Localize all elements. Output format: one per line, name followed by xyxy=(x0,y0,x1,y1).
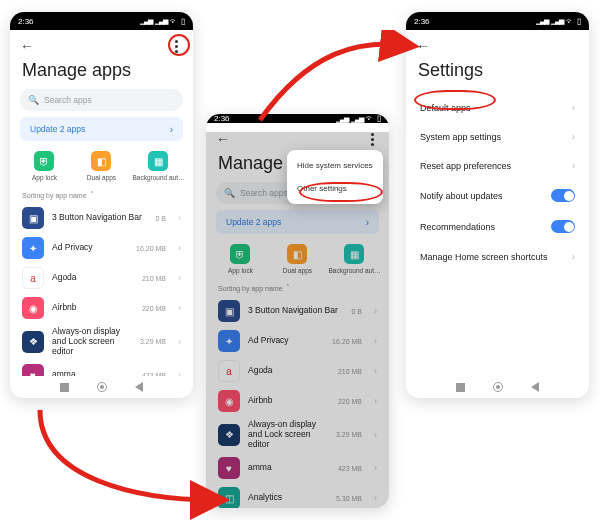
sort-row[interactable]: Sorting by app name ˄ xyxy=(10,189,193,203)
search-input[interactable]: 🔍 Search apps xyxy=(20,89,183,111)
menu-item-other-settings[interactable]: Other settings xyxy=(287,177,383,200)
annotation-arrow xyxy=(20,390,230,520)
nav-bar xyxy=(406,376,589,398)
row-recommendations[interactable]: Recommendations xyxy=(406,211,589,242)
status-bar: 2:36 ▁▃▅▁▃▅ᯤ▯ xyxy=(406,12,589,30)
update-text: Update 2 apps xyxy=(30,124,85,134)
chevron-right-icon: › xyxy=(572,160,575,171)
dual-icon: ◧ xyxy=(91,151,111,171)
chevron-right-icon: › xyxy=(170,124,173,135)
page-title: Settings xyxy=(406,56,589,89)
phone-manage-apps: 2:36 ▁▃▅▁▃▅ᯤ▯ ← Manage apps 🔍 Search app… xyxy=(10,12,193,398)
status-icons: ▁▃▅▁▃▅ᯤ▯ xyxy=(336,114,381,123)
status-bar: 2:36 ▁▃▅▁▃▅ᯤ▯ xyxy=(10,12,193,30)
page-title: Manage apps xyxy=(10,56,193,89)
phone-overflow-menu: 2:36 ▁▃▅▁▃▅ᯤ▯ ← Manage ap 🔍 Search apps … xyxy=(206,114,389,508)
top-bar: ← xyxy=(10,30,193,56)
app-icon: ♥ xyxy=(22,364,44,376)
shortcut-row: ⛨App lock ◧Dual apps ▦Background aut… xyxy=(10,149,193,189)
overflow-menu-icon[interactable] xyxy=(169,37,183,55)
chevron-right-icon: › xyxy=(178,337,181,347)
status-bar: 2:36 ▁▃▅▁▃▅ᯤ▯ xyxy=(206,114,389,123)
sort-label: Sorting by app name xyxy=(22,192,87,199)
chevron-right-icon: › xyxy=(178,273,181,283)
shortcut-dualapps[interactable]: ◧Dual apps xyxy=(73,151,129,181)
status-time: 2:36 xyxy=(414,17,430,26)
status-icons: ▁▃▅▁▃▅ᯤ▯ xyxy=(140,17,185,26)
status-time: 2:36 xyxy=(18,17,34,26)
row-home-shortcuts[interactable]: Manage Home screen shortcuts› xyxy=(406,242,589,271)
chevron-right-icon: › xyxy=(572,131,575,142)
status-time: 2:36 xyxy=(214,114,230,123)
chevron-right-icon: › xyxy=(178,243,181,253)
chevron-right-icon: › xyxy=(572,251,575,262)
search-icon: 🔍 xyxy=(28,95,39,105)
nav-home-icon[interactable] xyxy=(493,382,503,392)
nav-back-icon[interactable] xyxy=(135,382,143,392)
back-icon[interactable]: ← xyxy=(20,38,34,54)
settings-list: Default apps› System app settings› Reset… xyxy=(406,89,589,271)
app-row[interactable]: aAgoda210 MB› xyxy=(10,263,193,293)
chevron-right-icon: › xyxy=(178,213,181,223)
background-icon: ▦ xyxy=(148,151,168,171)
app-row[interactable]: ✦Ad Privacy16.20 MB› xyxy=(10,233,193,263)
back-icon[interactable]: ← xyxy=(416,38,430,54)
app-row[interactable]: ▣3 Button Navigation Bar0 B› xyxy=(10,203,193,233)
shield-icon: ⛨ xyxy=(34,151,54,171)
nav-back-icon[interactable] xyxy=(531,382,539,392)
overflow-popup: Hide system services Other settings xyxy=(287,150,383,204)
app-row[interactable]: ♥amma423 MB› xyxy=(10,360,193,376)
chevron-up-icon: ˄ xyxy=(90,191,94,199)
toggle-on[interactable] xyxy=(551,220,575,233)
app-list: ▣3 Button Navigation Bar0 B› ✦Ad Privacy… xyxy=(10,203,193,376)
phone-settings: 2:36 ▁▃▅▁▃▅ᯤ▯ ← Settings Default apps› S… xyxy=(406,12,589,398)
row-default-apps[interactable]: Default apps› xyxy=(406,93,589,122)
nav-home-icon[interactable] xyxy=(97,382,107,392)
app-icon: ▣ xyxy=(22,207,44,229)
top-bar: ← xyxy=(406,30,589,56)
update-banner[interactable]: Update 2 apps › xyxy=(20,117,183,141)
app-icon: a xyxy=(22,267,44,289)
nav-bar xyxy=(10,376,193,398)
toggle-on[interactable] xyxy=(551,189,575,202)
app-row[interactable]: ❖Always-on display and Lock screen edito… xyxy=(10,323,193,360)
app-row[interactable]: ◉Airbnb220 MB› xyxy=(10,293,193,323)
search-placeholder: Search apps xyxy=(44,95,92,105)
chevron-right-icon: › xyxy=(572,102,575,113)
app-icon: ◉ xyxy=(22,297,44,319)
status-icons: ▁▃▅▁▃▅ᯤ▯ xyxy=(536,17,581,26)
shortcut-applock[interactable]: ⛨App lock xyxy=(16,151,72,181)
row-system-app-settings[interactable]: System app settings› xyxy=(406,122,589,151)
nav-recents-icon[interactable] xyxy=(456,383,465,392)
shortcut-background[interactable]: ▦Background aut… xyxy=(130,151,186,181)
row-reset-preferences[interactable]: Reset app preferences› xyxy=(406,151,589,180)
app-icon: ✦ xyxy=(22,237,44,259)
nav-recents-icon[interactable] xyxy=(60,383,69,392)
menu-item-hide-system[interactable]: Hide system services xyxy=(287,154,383,177)
chevron-right-icon: › xyxy=(178,303,181,313)
row-notify-updates[interactable]: Notify about updates xyxy=(406,180,589,211)
app-icon: ❖ xyxy=(22,331,44,353)
